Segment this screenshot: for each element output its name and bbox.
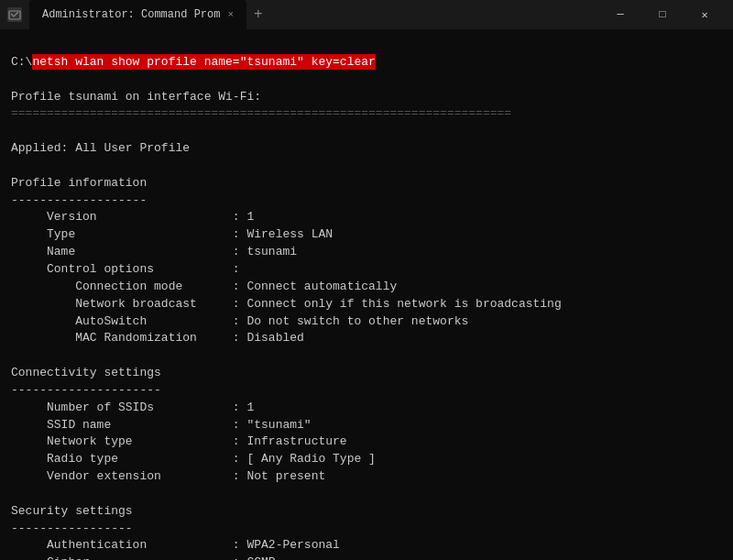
network-type-line: Network type : Infrastructure: [11, 434, 347, 448]
tab-label: Administrator: Command Prom: [42, 8, 220, 21]
applied-line: Applied: All User Profile: [11, 141, 190, 155]
new-tab-button[interactable]: +: [246, 6, 270, 23]
cipher1-line: Cipher : CCMP: [11, 555, 276, 560]
close-button[interactable]: ✕: [684, 0, 726, 29]
output-line-2: Profile tsunami on interface Wi-Fi:: [11, 90, 261, 104]
command-highlight: netsh wlan show profile name="tsunami" k…: [32, 54, 375, 70]
autoswitch-line: AutoSwitch : Do not switch to other netw…: [11, 314, 468, 328]
minimize-button[interactable]: —: [599, 0, 641, 29]
type-line: Type : Wireless LAN: [11, 227, 333, 241]
security-header: Security settings: [11, 504, 133, 518]
mac-randomization-line: MAC Randomization : Disabled: [11, 331, 304, 345]
tab-close-button[interactable]: ×: [227, 9, 234, 20]
window: Administrator: Command Prom × + — □ ✕ C:…: [0, 0, 733, 560]
window-controls: — □ ✕: [599, 0, 726, 29]
terminal-tab[interactable]: Administrator: Command Prom ×: [29, 0, 246, 29]
separator-line: ========================================…: [11, 106, 511, 120]
connectivity-header: Connectivity settings: [11, 366, 161, 379]
name-line: Name : tsunami: [11, 245, 297, 258]
num-ssids-line: Number of SSIDs : 1: [11, 401, 254, 414]
control-options-line: Control options :: [11, 262, 240, 276]
ssid-name-line: SSID name : "tsunami": [11, 418, 312, 432]
security-sep: -----------------: [11, 522, 133, 535]
title-bar: Administrator: Command Prom × + — □ ✕: [0, 0, 733, 29]
radio-type-line: Radio type : [ Any Radio Type ]: [11, 452, 376, 466]
terminal-output[interactable]: C:\netsh wlan show profile name="tsunami…: [0, 29, 733, 560]
vendor-ext-line: Vendor extension : Not present: [11, 469, 325, 483]
profile-info-sep: -------------------: [11, 193, 147, 207]
auth1-line: Authentication : WPA2-Personal: [11, 538, 340, 552]
version-line: Version : 1: [11, 210, 254, 224]
command-line: C:\netsh wlan show profile name="tsunami…: [11, 54, 376, 70]
connectivity-sep: ---------------------: [11, 383, 161, 397]
network-broadcast-line: Network broadcast : Connect only if this…: [11, 297, 562, 311]
connection-mode-line: Connection mode : Connect automatically: [11, 280, 397, 293]
maximize-button[interactable]: □: [641, 0, 684, 29]
app-icon: [7, 7, 22, 22]
profile-info-header: Profile information: [11, 176, 147, 190]
tab-area: Administrator: Command Prom × +: [29, 0, 592, 29]
